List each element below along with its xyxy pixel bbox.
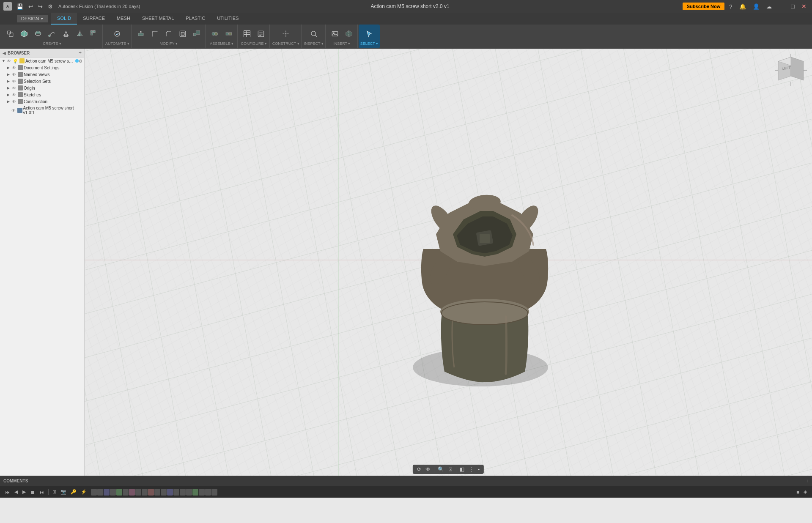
timeline-step[interactable] [110,489,116,496]
timeline-step[interactable] [211,489,217,496]
root-settings-icon[interactable]: ⚙ [79,59,82,63]
sketches-visibility-icon[interactable]: 👁 [12,93,16,97]
extrude-btn[interactable] [17,27,31,41]
timeline-step[interactable] [135,489,141,496]
doc-settings-visibility-icon[interactable]: 👁 [12,66,16,70]
play-btn[interactable]: ▶ [21,489,27,495]
body-visibility-icon[interactable]: 👁 [11,108,16,113]
selection-sets-visibility-icon[interactable]: 👁 [12,79,16,84]
origin-visibility-icon[interactable]: 👁 [12,86,16,90]
look-at-btn[interactable]: 👁 [424,465,432,473]
tab-sheet-metal[interactable]: SHEET METAL [136,13,180,25]
close-btn[interactable]: ✕ [799,2,809,11]
timeline-step[interactable] [116,489,122,496]
insert-3d-btn[interactable] [342,27,356,41]
tree-item-sketches[interactable]: ▶ 👁 Sketches [0,91,84,98]
timeline-filter-btn[interactable]: ⊞ [51,489,58,495]
visual-style-btn[interactable]: ▪ [476,465,481,473]
zoom-btn[interactable]: 🔍 [436,465,446,473]
grid-btn[interactable]: ⋮ [467,465,475,473]
new-body-btn[interactable] [3,27,17,41]
snapshot-btn[interactable]: 📷 [59,489,68,495]
chamfer-btn[interactable] [162,27,176,41]
timeline-step[interactable] [129,489,135,496]
timeline-step[interactable] [186,489,192,496]
material-btn[interactable]: ■ [795,489,801,495]
timeline-step[interactable] [148,489,154,496]
press-pull-btn[interactable] [134,27,148,41]
inspect-btn[interactable] [307,27,321,41]
last-frame-btn[interactable]: ⏭ [38,489,46,495]
tree-item-named-views[interactable]: ▶ 👁 Named Views [0,71,84,78]
revolve-btn[interactable] [31,27,45,41]
compute-btn[interactable]: ⚡ [79,489,88,495]
timeline-step[interactable] [123,489,129,496]
maximize-btn[interactable]: □ [789,2,797,11]
timeline-step[interactable] [142,489,148,496]
timeline-step[interactable] [91,489,97,496]
timeline-step[interactable] [167,489,173,496]
timeline-step[interactable] [97,489,103,496]
pattern-btn[interactable] [87,27,101,41]
fillet-btn[interactable] [148,27,162,41]
configure-form-btn[interactable] [254,27,268,41]
orbit-btn[interactable]: ⟳ [415,465,423,473]
first-frame-btn[interactable]: ⏮ [3,489,11,495]
browser-add-btn[interactable]: + [79,50,82,56]
timeline-step[interactable] [173,489,179,496]
configure-table-btn[interactable] [240,27,254,41]
prev-frame-btn[interactable]: ◀ [13,489,19,495]
construction-visibility-icon[interactable]: 👁 [12,99,16,104]
design-dropdown[interactable]: DESIGN ▼ [17,15,48,22]
construct-btn[interactable] [279,27,293,41]
timeline-step[interactable] [161,489,167,496]
user-icon[interactable]: 👤 [751,3,762,11]
cloud-icon[interactable]: ☁ [764,3,774,11]
tree-item-origin[interactable]: ▶ 👁 Origin [0,85,84,91]
as-built-joint-btn[interactable] [222,27,236,41]
tree-item-body[interactable]: ▶ 👁 Action cam M5 screw short v1.0:1 [0,105,84,116]
minimize-btn[interactable]: — [776,2,787,11]
browser-collapse-btn[interactable]: ◀ [3,51,6,55]
tree-item-doc-settings[interactable]: ▶ 👁 Document Settings [0,64,84,71]
timeline-step[interactable] [104,489,110,496]
undo-btn[interactable]: ↩ [26,3,35,11]
select-btn[interactable] [362,27,376,41]
save-btn[interactable]: 💾 [14,3,25,11]
subscribe-button[interactable]: Subscribe Now [683,3,724,10]
named-views-visibility-icon[interactable]: 👁 [12,72,16,77]
appearance-btn[interactable]: ◈ [802,489,809,495]
viewport[interactable]: LEFT ⟳ 👁 🔍 ⊡ ◧ ⋮ ▪ [85,49,812,476]
tab-plastic[interactable]: PLASTIC [180,13,211,25]
notification-icon[interactable]: 🔔 [737,3,748,11]
insert-image-btn[interactable] [328,27,342,41]
tab-surface[interactable]: SURFACE [77,13,111,25]
timeline-step[interactable] [180,489,186,496]
mirror-btn[interactable] [73,27,87,41]
shell-btn[interactable] [176,27,189,41]
automate-btn[interactable] [110,27,124,41]
keyframe-btn[interactable]: 🔑 [69,489,78,495]
joint-btn[interactable] [208,27,222,41]
timeline-step[interactable] [192,489,198,496]
stop-btn[interactable]: ⏹ [29,489,37,495]
display-settings-btn[interactable]: ◧ [458,465,466,473]
root-visibility-icon[interactable]: 👁 [7,59,11,63]
settings-btn[interactable]: ⚙ [46,3,55,11]
redo-btn[interactable]: ↪ [36,3,45,11]
timeline-step[interactable] [205,489,211,496]
timeline-step[interactable] [199,489,205,496]
tab-mesh[interactable]: MESH [111,13,136,25]
tree-item-root[interactable]: ▼ 👁 💡 Action cam M5 screw short v... ⚙ [0,58,84,64]
help-icon[interactable]: ? [727,3,734,11]
tab-solid[interactable]: SOLID [51,13,77,25]
tree-item-selection-sets[interactable]: ▶ 👁 Selection Sets [0,78,84,85]
sweep-btn[interactable] [45,27,59,41]
tree-item-construction[interactable]: ▶ 👁 Construction [0,98,84,105]
loft-btn[interactable] [59,27,73,41]
timeline-step[interactable] [154,489,160,496]
view-cube[interactable]: LEFT [774,53,808,87]
scale-btn[interactable] [190,27,203,41]
zoom-fit-btn[interactable]: ⊡ [447,465,454,473]
comments-add-btn[interactable]: + [806,478,809,484]
